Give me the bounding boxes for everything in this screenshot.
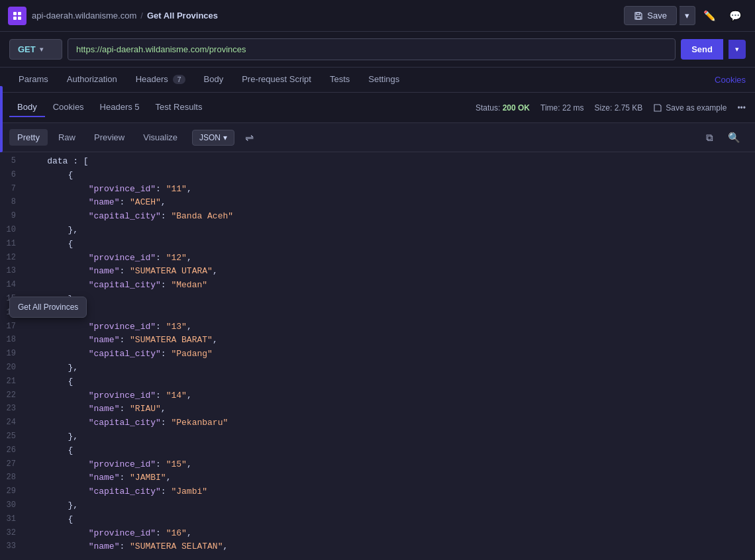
tab-settings[interactable]: Settings (359, 68, 409, 92)
format-select[interactable]: JSON ▾ (192, 130, 234, 146)
copy-button[interactable]: ⧉ (701, 129, 719, 146)
resp-tab-cookies[interactable]: Cookies (45, 98, 92, 117)
view-tab-preview[interactable]: Preview (86, 129, 132, 146)
line-number: 25 (0, 430, 26, 443)
line-content: }, (26, 430, 755, 444)
line-number: 9 (0, 210, 26, 222)
url-input[interactable] (68, 38, 676, 60)
edit-button[interactable]: ✏️ (698, 6, 721, 26)
view-tab-visualize[interactable]: Visualize (135, 129, 185, 146)
more-options-icon[interactable]: ••• (737, 103, 746, 113)
send-dropdown-button[interactable]: ▾ (729, 40, 746, 59)
app-logo (8, 7, 26, 25)
nav-tabs: Params Authorization Headers 7 Body Pre-… (0, 68, 755, 93)
code-line: 9 "capital_city": "Banda Aceh" (0, 210, 755, 224)
view-tab-pretty[interactable]: Pretty (9, 129, 48, 146)
breadcrumb-current: Get All Provinces (147, 11, 218, 21)
line-content: "capital_city": "Jambi" (26, 485, 755, 499)
line-content: "name": "SUMATERA BARAT", (26, 334, 755, 348)
line-number: 21 (0, 375, 26, 388)
code-line: 27 "province_id": "15", (0, 458, 755, 472)
line-number: 12 (0, 252, 26, 264)
line-content: "province_id": "12", (26, 252, 755, 265)
line-number: 29 (0, 485, 26, 498)
code-line: 7 "province_id": "11", (0, 183, 755, 197)
headers-badge: 7 (173, 75, 185, 84)
line-number: 19 (0, 348, 26, 360)
line-content: }, (26, 361, 755, 375)
code-line: 17 "province_id": "13", (0, 320, 755, 334)
code-line: 29 "capital_city": "Jambi" (0, 485, 755, 499)
search-button[interactable]: 🔍 (723, 129, 746, 146)
line-content: { (26, 444, 755, 458)
code-line: 15 }, (0, 293, 755, 306)
resp-tab-headers[interactable]: Headers 5 (92, 98, 148, 117)
line-content: "capital_city": "Padang" (26, 348, 755, 361)
code-line: 18 "name": "SUMATERA BARAT", (0, 334, 755, 348)
code-line: 32 "province_id": "16", (0, 527, 755, 541)
line-content: { (26, 375, 755, 389)
line-content: }, (26, 293, 755, 306)
tooltip-text: Get All Provinces (18, 303, 78, 312)
code-line: 34 "capital_city": "Palembang" (0, 554, 755, 555)
tab-headers[interactable]: Headers 7 (126, 68, 195, 92)
code-line: 20 }, (0, 361, 755, 375)
format-label: JSON (199, 133, 221, 142)
save-button[interactable]: Save (624, 6, 677, 25)
left-sidebar-indicator (0, 86, 3, 152)
time-value: 22 ms (562, 103, 584, 113)
response-tabs: Body Cookies Headers 5 Test Results (9, 98, 210, 117)
response-size: Size: 2.75 KB (595, 103, 643, 113)
code-line: 10 }, (0, 224, 755, 238)
send-label: Send (691, 44, 713, 54)
send-button[interactable]: Send (681, 39, 723, 60)
svg-rect-5 (636, 13, 640, 15)
line-content: "capital_city": "Pekanbaru" (26, 416, 755, 430)
line-content: "province_id": "15", (26, 458, 755, 472)
resp-tab-test-results[interactable]: Test Results (148, 98, 211, 117)
save-label: Save (647, 11, 667, 21)
resp-tab-body[interactable]: Body (9, 98, 45, 117)
line-number: 32 (0, 527, 26, 539)
line-content: "province_id": "13", (26, 320, 755, 334)
method-label: GET (18, 44, 36, 54)
breadcrumb: api-daerah.wildanisme.com / Get All Prov… (32, 11, 619, 21)
tab-body[interactable]: Body (195, 68, 233, 92)
line-content: "province_id": "11", (26, 183, 755, 197)
code-line: 12 "province_id": "12", (0, 252, 755, 265)
code-line: 26 { (0, 444, 755, 458)
status-code: 200 (503, 103, 516, 113)
save-dropdown-button[interactable]: ▾ (680, 6, 695, 25)
tab-authorization[interactable]: Authorization (58, 68, 126, 92)
comment-button[interactable]: 💬 (724, 6, 747, 26)
line-number: 5 (0, 155, 26, 167)
url-bar: GET ▾ Send ▾ (0, 32, 755, 68)
code-line: 30 }, (0, 499, 755, 513)
code-line: 22 "province_id": "14", (0, 389, 755, 403)
save-as-example-button[interactable]: Save as example (653, 103, 727, 113)
svg-rect-0 (13, 12, 17, 15)
view-tab-raw[interactable]: Raw (50, 129, 83, 146)
tab-params[interactable]: Params (9, 68, 58, 92)
line-number: 10 (0, 224, 26, 236)
tab-tests[interactable]: Tests (321, 68, 359, 92)
line-number: 20 (0, 361, 26, 374)
cookies-link[interactable]: Cookies (715, 68, 746, 91)
code-line: 11 { (0, 238, 755, 252)
method-select[interactable]: GET ▾ (9, 39, 62, 60)
line-content: "province_id": "14", (26, 389, 755, 403)
code-line: 16 { (0, 306, 755, 320)
line-number: 33 (0, 540, 26, 553)
topbar: api-daerah.wildanisme.com / Get All Prov… (0, 0, 755, 32)
svg-rect-2 (13, 17, 17, 20)
line-content: }, (26, 499, 755, 513)
svg-rect-3 (18, 17, 21, 20)
line-number: 17 (0, 320, 26, 333)
wrap-icon[interactable]: ⇌ (241, 128, 258, 146)
response-meta-bar: Body Cookies Headers 5 Test Results Stat… (0, 93, 755, 123)
breadcrumb-base[interactable]: api-daerah.wildanisme.com (32, 11, 136, 21)
code-line: 13 "name": "SUMATERA UTARA", (0, 265, 755, 279)
breadcrumb-separator: / (140, 11, 143, 21)
tab-prerequest[interactable]: Pre-request Script (232, 68, 321, 92)
line-content: "capital_city": "Banda Aceh" (26, 210, 755, 224)
